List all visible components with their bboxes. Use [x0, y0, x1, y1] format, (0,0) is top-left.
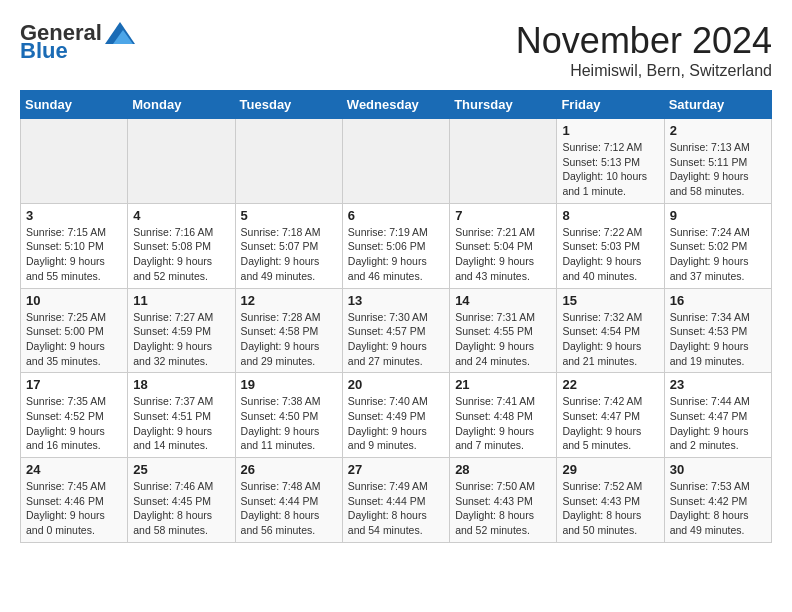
day-info: Sunrise: 7:34 AMSunset: 4:53 PMDaylight:… — [670, 310, 766, 369]
day-info: Sunrise: 7:19 AMSunset: 5:06 PMDaylight:… — [348, 225, 444, 284]
calendar-cell: 13Sunrise: 7:30 AMSunset: 4:57 PMDayligh… — [342, 288, 449, 373]
day-number: 14 — [455, 293, 551, 308]
day-number: 26 — [241, 462, 337, 477]
calendar-cell: 10Sunrise: 7:25 AMSunset: 5:00 PMDayligh… — [21, 288, 128, 373]
day-number: 11 — [133, 293, 229, 308]
calendar-cell — [450, 119, 557, 204]
day-info: Sunrise: 7:49 AMSunset: 4:44 PMDaylight:… — [348, 479, 444, 538]
calendar-cell: 16Sunrise: 7:34 AMSunset: 4:53 PMDayligh… — [664, 288, 771, 373]
day-number: 6 — [348, 208, 444, 223]
calendar-cell: 27Sunrise: 7:49 AMSunset: 4:44 PMDayligh… — [342, 458, 449, 543]
day-number: 8 — [562, 208, 658, 223]
day-number: 9 — [670, 208, 766, 223]
day-number: 4 — [133, 208, 229, 223]
calendar-cell: 15Sunrise: 7:32 AMSunset: 4:54 PMDayligh… — [557, 288, 664, 373]
day-number: 23 — [670, 377, 766, 392]
day-number: 30 — [670, 462, 766, 477]
header-sunday: Sunday — [21, 91, 128, 119]
day-info: Sunrise: 7:21 AMSunset: 5:04 PMDaylight:… — [455, 225, 551, 284]
calendar-cell — [342, 119, 449, 204]
day-number: 29 — [562, 462, 658, 477]
day-info: Sunrise: 7:13 AMSunset: 5:11 PMDaylight:… — [670, 140, 766, 199]
calendar-header-row: SundayMondayTuesdayWednesdayThursdayFrid… — [21, 91, 772, 119]
day-number: 3 — [26, 208, 122, 223]
day-number: 28 — [455, 462, 551, 477]
calendar-cell: 8Sunrise: 7:22 AMSunset: 5:03 PMDaylight… — [557, 203, 664, 288]
calendar-cell: 26Sunrise: 7:48 AMSunset: 4:44 PMDayligh… — [235, 458, 342, 543]
header-wednesday: Wednesday — [342, 91, 449, 119]
header-friday: Friday — [557, 91, 664, 119]
header: General Blue November 2024 Heimiswil, Be… — [20, 20, 772, 80]
day-info: Sunrise: 7:50 AMSunset: 4:43 PMDaylight:… — [455, 479, 551, 538]
day-number: 18 — [133, 377, 229, 392]
calendar-body: 1Sunrise: 7:12 AMSunset: 5:13 PMDaylight… — [21, 119, 772, 543]
week-row-1: 3Sunrise: 7:15 AMSunset: 5:10 PMDaylight… — [21, 203, 772, 288]
day-info: Sunrise: 7:16 AMSunset: 5:08 PMDaylight:… — [133, 225, 229, 284]
day-info: Sunrise: 7:27 AMSunset: 4:59 PMDaylight:… — [133, 310, 229, 369]
day-info: Sunrise: 7:31 AMSunset: 4:55 PMDaylight:… — [455, 310, 551, 369]
calendar-cell: 17Sunrise: 7:35 AMSunset: 4:52 PMDayligh… — [21, 373, 128, 458]
calendar-cell: 29Sunrise: 7:52 AMSunset: 4:43 PMDayligh… — [557, 458, 664, 543]
day-number: 15 — [562, 293, 658, 308]
day-info: Sunrise: 7:35 AMSunset: 4:52 PMDaylight:… — [26, 394, 122, 453]
day-info: Sunrise: 7:41 AMSunset: 4:48 PMDaylight:… — [455, 394, 551, 453]
calendar-cell: 28Sunrise: 7:50 AMSunset: 4:43 PMDayligh… — [450, 458, 557, 543]
day-info: Sunrise: 7:45 AMSunset: 4:46 PMDaylight:… — [26, 479, 122, 538]
calendar-cell: 5Sunrise: 7:18 AMSunset: 5:07 PMDaylight… — [235, 203, 342, 288]
day-info: Sunrise: 7:24 AMSunset: 5:02 PMDaylight:… — [670, 225, 766, 284]
day-number: 5 — [241, 208, 337, 223]
header-thursday: Thursday — [450, 91, 557, 119]
day-info: Sunrise: 7:52 AMSunset: 4:43 PMDaylight:… — [562, 479, 658, 538]
calendar-cell: 3Sunrise: 7:15 AMSunset: 5:10 PMDaylight… — [21, 203, 128, 288]
day-number: 21 — [455, 377, 551, 392]
day-number: 22 — [562, 377, 658, 392]
day-info: Sunrise: 7:15 AMSunset: 5:10 PMDaylight:… — [26, 225, 122, 284]
day-info: Sunrise: 7:48 AMSunset: 4:44 PMDaylight:… — [241, 479, 337, 538]
week-row-2: 10Sunrise: 7:25 AMSunset: 5:00 PMDayligh… — [21, 288, 772, 373]
calendar-cell: 23Sunrise: 7:44 AMSunset: 4:47 PMDayligh… — [664, 373, 771, 458]
calendar-cell: 21Sunrise: 7:41 AMSunset: 4:48 PMDayligh… — [450, 373, 557, 458]
day-info: Sunrise: 7:38 AMSunset: 4:50 PMDaylight:… — [241, 394, 337, 453]
calendar-cell — [21, 119, 128, 204]
calendar-cell: 1Sunrise: 7:12 AMSunset: 5:13 PMDaylight… — [557, 119, 664, 204]
day-number: 24 — [26, 462, 122, 477]
calendar-cell: 7Sunrise: 7:21 AMSunset: 5:04 PMDaylight… — [450, 203, 557, 288]
calendar-cell: 9Sunrise: 7:24 AMSunset: 5:02 PMDaylight… — [664, 203, 771, 288]
day-info: Sunrise: 7:30 AMSunset: 4:57 PMDaylight:… — [348, 310, 444, 369]
month-title: November 2024 — [516, 20, 772, 62]
logo-icon — [105, 22, 135, 44]
day-info: Sunrise: 7:42 AMSunset: 4:47 PMDaylight:… — [562, 394, 658, 453]
subtitle: Heimiswil, Bern, Switzerland — [516, 62, 772, 80]
week-row-3: 17Sunrise: 7:35 AMSunset: 4:52 PMDayligh… — [21, 373, 772, 458]
calendar-cell: 18Sunrise: 7:37 AMSunset: 4:51 PMDayligh… — [128, 373, 235, 458]
day-number: 20 — [348, 377, 444, 392]
day-info: Sunrise: 7:37 AMSunset: 4:51 PMDaylight:… — [133, 394, 229, 453]
week-row-0: 1Sunrise: 7:12 AMSunset: 5:13 PMDaylight… — [21, 119, 772, 204]
header-tuesday: Tuesday — [235, 91, 342, 119]
day-info: Sunrise: 7:12 AMSunset: 5:13 PMDaylight:… — [562, 140, 658, 199]
logo-blue: Blue — [20, 38, 68, 64]
day-number: 16 — [670, 293, 766, 308]
calendar-cell: 4Sunrise: 7:16 AMSunset: 5:08 PMDaylight… — [128, 203, 235, 288]
calendar-cell: 6Sunrise: 7:19 AMSunset: 5:06 PMDaylight… — [342, 203, 449, 288]
calendar-cell: 12Sunrise: 7:28 AMSunset: 4:58 PMDayligh… — [235, 288, 342, 373]
calendar-cell: 22Sunrise: 7:42 AMSunset: 4:47 PMDayligh… — [557, 373, 664, 458]
day-info: Sunrise: 7:53 AMSunset: 4:42 PMDaylight:… — [670, 479, 766, 538]
calendar-cell — [235, 119, 342, 204]
calendar-cell: 25Sunrise: 7:46 AMSunset: 4:45 PMDayligh… — [128, 458, 235, 543]
day-number: 10 — [26, 293, 122, 308]
calendar-cell: 24Sunrise: 7:45 AMSunset: 4:46 PMDayligh… — [21, 458, 128, 543]
calendar-cell: 30Sunrise: 7:53 AMSunset: 4:42 PMDayligh… — [664, 458, 771, 543]
day-info: Sunrise: 7:22 AMSunset: 5:03 PMDaylight:… — [562, 225, 658, 284]
day-info: Sunrise: 7:46 AMSunset: 4:45 PMDaylight:… — [133, 479, 229, 538]
calendar-cell: 20Sunrise: 7:40 AMSunset: 4:49 PMDayligh… — [342, 373, 449, 458]
day-number: 2 — [670, 123, 766, 138]
header-saturday: Saturday — [664, 91, 771, 119]
day-number: 25 — [133, 462, 229, 477]
day-number: 7 — [455, 208, 551, 223]
day-number: 27 — [348, 462, 444, 477]
day-number: 13 — [348, 293, 444, 308]
day-info: Sunrise: 7:44 AMSunset: 4:47 PMDaylight:… — [670, 394, 766, 453]
title-section: November 2024 Heimiswil, Bern, Switzerla… — [516, 20, 772, 80]
header-monday: Monday — [128, 91, 235, 119]
